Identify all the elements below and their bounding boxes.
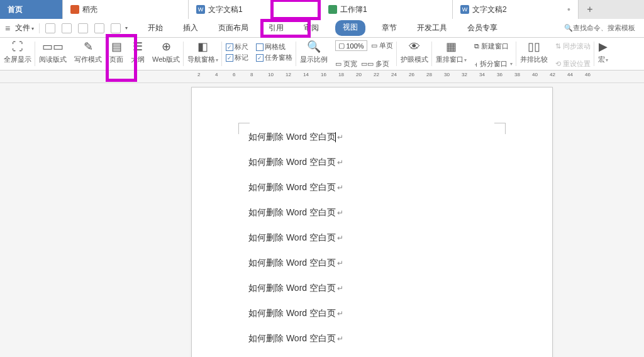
macro-button[interactable]: ▶宏▾ (598, 40, 608, 64)
webmode-button[interactable]: ⊕Web版式 (152, 40, 180, 64)
ruler-tick: 14 (303, 72, 309, 77)
ruler-tick: 12 (286, 72, 291, 77)
chevron-down-icon: ▾ (464, 57, 467, 63)
chk-grid[interactable]: 网格线 (256, 42, 286, 52)
zoomscale-button[interactable]: 🔍显示比例 (300, 40, 328, 64)
paragraph[interactable]: 如何删除 Word 空白页↵ (248, 207, 496, 218)
add-tab-button[interactable]: + (579, 0, 601, 19)
ruler-tick: 10 (268, 72, 274, 77)
search-placeholder: 查找命令、搜索模板 (573, 23, 635, 33)
navpane-button[interactable]: ◧导航窗格▾ (187, 40, 218, 64)
paragraph[interactable]: 如何删除 Word 空白页↵ (248, 182, 496, 193)
writemode-button[interactable]: ✎写作模式 (74, 40, 102, 64)
paragraph-mark-icon: ↵ (337, 259, 343, 268)
qa-print-icon[interactable] (62, 23, 72, 33)
tab-workbook1[interactable]: 工作簿1 (321, 0, 453, 19)
compare-button[interactable]: ▯▯并排比较 (520, 40, 548, 64)
main-menu: 开始 插入 页面布局 引用 审阅 视图 章节 开发工具 会员专享 (144, 20, 501, 36)
outline-button[interactable]: ☰大纲 (131, 40, 145, 64)
tab-label: 文字文稿2 (472, 4, 507, 15)
word-icon: W (196, 5, 205, 14)
menu-chapter[interactable]: 章节 (378, 20, 401, 36)
eyecare-button[interactable]: 👁护眼模式 (401, 40, 428, 64)
menu-view[interactable]: 视图 (335, 20, 365, 36)
paragraph-mark-icon: ↵ (337, 309, 343, 318)
paragraph-mark-icon: ↵ (337, 208, 343, 217)
sheet-icon (328, 5, 337, 14)
tab-doc2[interactable]: W 文字文稿2 • (453, 0, 579, 19)
zoom-value[interactable]: ▢ 100% (335, 40, 367, 51)
menu-insert[interactable]: 插入 (179, 20, 202, 36)
ribbon-view: ⛶全屏显示 ▭▭阅读版式 ✎写作模式 ▤页面 ☰大纲 ⊕Web版式 ◧导航窗格▾… (0, 38, 644, 71)
onepage-button[interactable]: ▭ 单页 (371, 41, 393, 50)
ruler-tick: 38 (514, 72, 520, 77)
qa-dropdown-icon[interactable]: ▾ (125, 25, 128, 31)
tab-home[interactable]: 首页 (0, 0, 63, 19)
pen-icon: ✎ (84, 40, 93, 54)
paragraph-mark-icon: ↵ (337, 158, 343, 167)
file-menu[interactable]: 文件 ▾ (15, 23, 33, 33)
margin-corner (494, 123, 506, 134)
tab-label: 工作簿1 (340, 4, 367, 15)
ruler-tick: 26 (409, 72, 414, 77)
paragraph-mark-icon: ↵ (337, 133, 343, 142)
tab-label: 文字文稿1 (208, 4, 243, 15)
eye-icon: 👁 (409, 40, 420, 54)
fullscreen-button[interactable]: ⛶全屏显示 (4, 40, 31, 64)
chevron-down-icon: ▾ (510, 61, 513, 67)
paragraph-text: 如何删除 Word 空白页 (248, 182, 336, 193)
paragraph-mark-icon: ↵ (337, 284, 343, 293)
pagemode-button[interactable]: ▤页面 (109, 40, 123, 64)
paragraph[interactable]: 如何删除 Word 空白页↵ (248, 308, 496, 319)
qa-undo-icon[interactable] (94, 23, 104, 33)
chk-mark[interactable]: ✓标记 (226, 53, 248, 62)
splitwin-button[interactable]: ⫞ 拆分窗口▾ (474, 59, 513, 69)
ruler-tick: 28 (426, 72, 432, 77)
rearrange-button[interactable]: ▦重排窗口▾ (436, 40, 467, 64)
tab-doc1[interactable]: W 文字文稿1 (189, 0, 321, 19)
paragraph-text: 如何删除 Word 空白页 (248, 232, 336, 244)
ruler-tick: 36 (497, 72, 502, 77)
paragraph-mark-icon: ↵ (337, 334, 343, 343)
multipage-button[interactable]: ▭▭ 多页 (361, 59, 389, 69)
pagewidth-button[interactable]: ▭ 页宽 (335, 59, 357, 69)
menu-ref[interactable]: 引用 (265, 20, 287, 36)
menu-review[interactable]: 审阅 (300, 20, 323, 36)
ruler-tick: 42 (550, 72, 555, 77)
qa-redo-icon[interactable] (111, 23, 121, 33)
margin-corner (238, 123, 250, 134)
ruler-tick: 8 (250, 72, 253, 77)
paragraph[interactable]: 如何删除 Word 空白页↵ (248, 258, 496, 269)
ruler-tick: 30 (444, 72, 450, 77)
windows-icon: ▦ (446, 40, 457, 54)
qa-preview-icon[interactable] (78, 23, 88, 33)
chevron-down-icon: ▾ (216, 57, 218, 63)
qa-save-icon[interactable] (45, 23, 55, 33)
document-page[interactable]: 如何删除 Word 空白页↵如何删除 Word 空白页↵如何删除 Word 空白… (191, 87, 553, 357)
paragraph[interactable]: 如何删除 Word 空白页↵ (248, 232, 496, 244)
tab-daoke[interactable]: 稻壳 (63, 0, 189, 19)
paragraph-mark-icon: ↵ (337, 183, 343, 192)
tab-label: 首页 (8, 4, 23, 15)
paragraph[interactable]: 如何删除 Word 空白页↵ (248, 132, 496, 143)
newwin-button[interactable]: ⧉ 新建窗口 (474, 42, 509, 51)
paragraph[interactable]: 如何删除 Word 空白页↵ (248, 157, 496, 168)
chk-ruler[interactable]: ✓标尺 (226, 42, 248, 52)
ruler-tick: 16 (321, 72, 326, 77)
menu-vip[interactable]: 会员专享 (464, 20, 501, 36)
paragraph-text: 如何删除 Word 空白页 (248, 207, 336, 218)
paragraph[interactable]: 如何删除 Word 空白页↵ (248, 283, 496, 294)
readmode-button[interactable]: ▭▭阅读版式 (39, 40, 67, 64)
menu-dev[interactable]: 开发工具 (413, 20, 451, 36)
text-cursor (335, 132, 336, 142)
search-box[interactable]: 🔍 查找命令、搜索模板 (560, 22, 639, 34)
app-menu-icon[interactable]: ≡ (5, 23, 10, 33)
menu-start[interactable]: 开始 (144, 20, 167, 36)
fullscreen-icon: ⛶ (12, 40, 23, 54)
navpane-icon: ◧ (197, 40, 208, 54)
ruler-tick: 34 (479, 72, 485, 77)
paragraph[interactable]: 如何删除 Word 空白页↵ (248, 333, 496, 344)
paragraph-text: 如何删除 Word 空白页 (248, 132, 336, 143)
chk-taskpane[interactable]: ✓任务窗格 (256, 53, 292, 62)
menu-layout[interactable]: 页面布局 (214, 20, 252, 36)
